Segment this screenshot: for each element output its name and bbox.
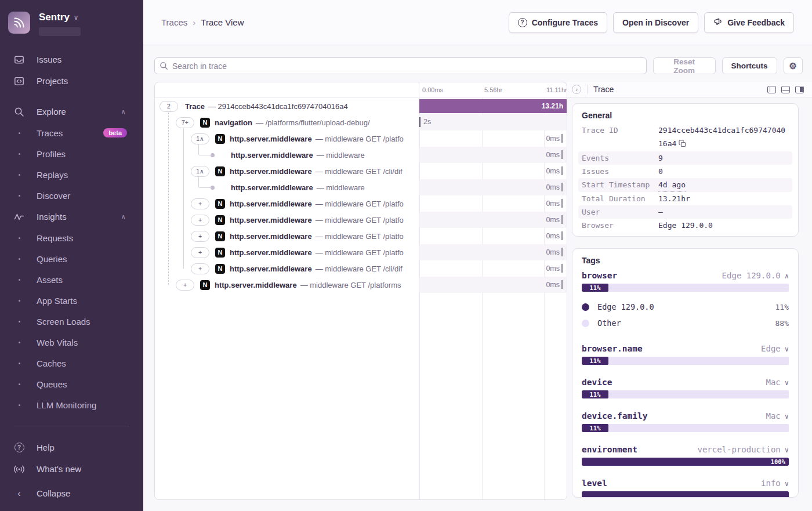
search-icon [14,107,24,117]
content: Reset Zoom Shortcuts ⚙ 0.00ms 5.56hr 11.… [143,45,812,511]
expand-pill[interactable]: + [191,215,209,226]
sidebar-item-projects[interactable]: Projects [0,70,143,92]
expand-pill[interactable]: + [191,247,209,258]
tag-browser: browser Edge 129.0.0 ∧ 11% [582,271,789,331]
dock-bottom-icon[interactable] [781,86,790,93]
dock-right-icon[interactable] [795,86,804,93]
sidebar-item-assets[interactable]: Assets [0,269,143,290]
details-tab-trace[interactable]: Trace [593,85,614,94]
span-count-pill[interactable]: 2 [160,101,178,112]
collapse-pill[interactable]: 1∧ [191,133,209,144]
settings-gear-button[interactable]: ⚙ [784,57,803,74]
span-row-middleware[interactable]: 1∧ N http.server.middleware — middleware… [155,163,567,179]
collapse-panel-icon[interactable]: › [572,85,581,94]
legend-row[interactable]: Other 88% [582,315,789,331]
megaphone-icon [713,17,723,28]
collapse-pill[interactable]: 1∧ [191,166,209,177]
chevron-down-icon[interactable]: ∨ [785,345,789,353]
sidebar-item-replays[interactable]: Replays [0,164,143,185]
tag-browser-name: browser.name Edge ∨ 11% [582,344,789,365]
sidebar-section-explore[interactable]: Explore ∧ [0,101,143,122]
chevron-down-icon[interactable]: ∨ [785,480,789,488]
trace-duration-bar[interactable]: 13.21h [419,99,567,113]
sidebar-item-traces[interactable]: Traces beta [0,122,143,143]
tag-distribution-bar[interactable]: 11% [582,284,789,292]
sidebar-item-profiles[interactable]: Profiles [0,143,143,164]
sidebar-item-llm-monitoring[interactable]: LLM Monitoring [0,394,143,415]
trace-details-panel: › Trace General [567,82,812,500]
dock-left-icon[interactable] [767,86,776,93]
shortcuts-button[interactable]: Shortcuts [722,57,777,74]
org-subtitle-redacted [39,27,81,36]
span-row-trace[interactable]: 2 Trace — 2914cceb443c41dca1fc6974704016… [155,98,567,114]
gear-icon: ⚙ [789,61,797,71]
tag-distribution-bar[interactable] [582,491,789,498]
span-row-middleware-child[interactable]: http.server.middleware — middleware 0ms [155,179,567,195]
sidebar-item-discover[interactable]: Discover [0,185,143,206]
span-row-navigation[interactable]: 7+ N navigation — /platforms/flutter/upl… [155,114,567,131]
general-row-user: User — [578,205,792,219]
sidebar-item-issues[interactable]: Issues [0,49,143,70]
help-icon: ? [14,443,24,452]
legend-row[interactable]: Edge 129.0.0 11% [582,299,789,315]
tag-distribution-bar[interactable]: 100% [582,458,789,466]
chevron-down-icon[interactable]: ∨ [785,379,789,387]
span-duration: 0ms [546,264,563,273]
sidebar-item-queries[interactable]: Queries [0,248,143,269]
broadcast-icon [14,464,24,474]
span-row-middleware[interactable]: + N http.server.middleware — middleware … [155,244,567,260]
tag-device-family: device.family Mac ∨ 11% [582,411,789,432]
sidebar-item-queues[interactable]: Queues [0,374,143,394]
sidebar-item-requests[interactable]: Requests [0,227,143,248]
tag-distribution-bar[interactable]: 11% [582,390,789,398]
reset-zoom-button[interactable]: Reset Zoom [653,57,716,74]
sidebar-item-app-starts[interactable]: App Starts [0,290,143,311]
chevron-up-icon[interactable]: ∧ [785,272,789,280]
folder-code-icon [14,76,24,86]
give-feedback-button[interactable]: Give Feedback [704,12,794,33]
details-tab-strip: › Trace [567,82,812,97]
span-duration: 0ms [546,231,563,240]
configure-traces-button[interactable]: ? Configure Traces [509,12,607,33]
expand-pill[interactable]: + [191,198,209,209]
sidebar-item-whats-new[interactable]: What's new [0,458,143,480]
search-input[interactable] [154,57,647,74]
org-header[interactable]: Sentry ∨ [0,0,143,36]
tag-distribution-bar[interactable]: 11% [582,357,789,365]
span-row-middleware[interactable]: + N http.server.middleware — middleware … [155,212,567,228]
trace-toolbar: Reset Zoom Shortcuts ⚙ [154,57,803,74]
sidebar-item-screen-loads[interactable]: Screen Loads [0,311,143,332]
collapse-button[interactable]: ‹ Collapse [0,483,143,504]
nextjs-icon: N [215,199,225,209]
sidebar-section-insights[interactable]: Insights ∧ [0,206,143,227]
breadcrumb-traces[interactable]: Traces [161,17,187,27]
open-in-discover-button[interactable]: Open in Discover [613,12,698,33]
sidebar-nav: Issues Projects Explore ∧ Traces beta [0,49,143,415]
chevron-down-icon: ∨ [74,14,78,21]
expand-pill[interactable]: + [191,263,209,274]
timeline-header: 0.00ms 5.56hr 11.11hr [155,82,567,98]
span-row-middleware[interactable]: + N http.server.middleware — middleware … [155,228,567,244]
expand-pill[interactable]: + [191,231,209,242]
span-row-middleware[interactable]: + N http.server.middleware — middleware … [155,195,567,212]
span-row-middleware[interactable]: 1∧ N http.server.middleware — middleware… [155,131,567,147]
tag-distribution-bar[interactable]: 11% [582,424,789,432]
sidebar-item-web-vitals[interactable]: Web Vitals [0,332,143,353]
span-row-middleware[interactable]: + N http.server.middleware — middleware … [155,260,567,277]
sidebar-item-help[interactable]: ? Help [0,437,143,458]
pulse-icon [14,212,24,222]
app: Sentry ∨ Issues Projects [0,0,812,511]
span-row-middleware[interactable]: + N http.server.middleware — middleware … [155,277,567,293]
span-row-middleware-child[interactable]: http.server.middleware — middleware 0ms [155,147,567,163]
chevron-left-icon: ‹ [14,488,24,499]
expand-pill[interactable]: 7+ [176,117,194,128]
span-duration: 2s [419,117,431,127]
chevron-down-icon[interactable]: ∨ [785,412,789,421]
sidebar-item-caches[interactable]: Caches [0,353,143,374]
span-duration: 0ms [546,199,563,208]
nextjs-icon: N [215,231,225,241]
span-duration: 0ms [546,134,563,143]
expand-pill[interactable]: + [176,280,194,291]
copy-icon[interactable] [679,140,686,149]
chevron-down-icon[interactable]: ∨ [785,446,789,454]
